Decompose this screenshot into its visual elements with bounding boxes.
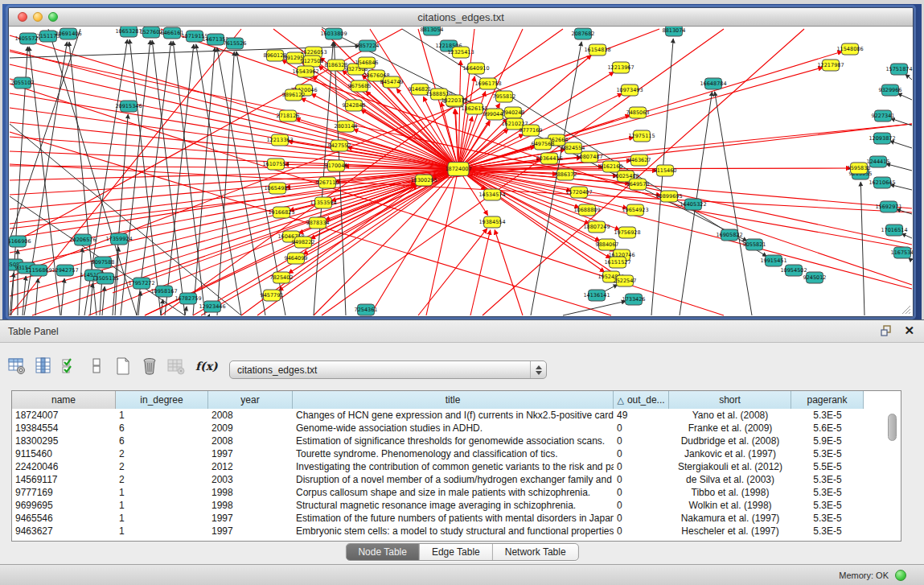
- graph-node[interactable]: 8813054: [421, 27, 444, 35]
- cell-out_degree[interactable]: 0: [614, 499, 669, 512]
- graph-node[interactable]: 6497568: [532, 138, 555, 150]
- graph-node[interactable]: 9127508: [301, 56, 324, 67]
- graph-node[interactable]: 7955812: [493, 91, 516, 102]
- graph-node[interactable]: 14136141: [583, 290, 610, 301]
- cell-out_degree[interactable]: 0: [614, 447, 669, 460]
- cell-pagerank[interactable]: 5.3E-5: [791, 447, 864, 460]
- close-panel-icon[interactable]: ✕: [904, 324, 914, 337]
- column-header-in_degree[interactable]: in_degree: [116, 391, 208, 409]
- graph-node[interactable]: 9227341: [872, 110, 895, 122]
- graph-node[interactable]: 8813074: [663, 27, 686, 36]
- cell-out_degree[interactable]: 0: [614, 486, 669, 499]
- graph-node[interactable]: 7886372: [554, 169, 577, 180]
- graph-node[interactable]: 6466161: [161, 27, 184, 39]
- table-row[interactable]: 1872400712008Changes of HCN gene express…: [12, 409, 901, 422]
- graph-node[interactable]: 9896122: [282, 89, 306, 101]
- cell-year[interactable]: 2008: [208, 435, 293, 447]
- table-row[interactable]: 946362711997Embryonic stem cells: a mode…: [12, 525, 901, 538]
- cell-short[interactable]: Dudbridge et al. (2008): [669, 435, 791, 447]
- cell-title[interactable]: Changes of HCN gene expression and I(f) …: [293, 409, 614, 422]
- graph-node[interactable]: 9170046: [325, 160, 348, 171]
- graph-node[interactable]: 12213967: [607, 62, 634, 73]
- graph-node[interactable]: 9329966: [879, 84, 902, 96]
- table-scrollbar-thumb[interactable]: [888, 414, 897, 441]
- graph-node[interactable]: 8427552: [328, 140, 351, 151]
- table-row[interactable]: 2242004622012Investigating the contribut…: [12, 460, 901, 473]
- graph-node[interactable]: 2522547: [614, 275, 637, 286]
- table-row[interactable]: 969969511998Structural magnetic resonanc…: [12, 499, 901, 512]
- table-row[interactable]: 1938455462009Genome-wide association stu…: [12, 422, 901, 435]
- table-row[interactable]: 1456911722003Disruption of a novel membe…: [12, 473, 901, 486]
- cell-out_degree[interactable]: 0: [614, 473, 669, 486]
- graph-node[interactable]: 16154838: [584, 44, 610, 56]
- cell-in_degree[interactable]: 6: [116, 435, 208, 447]
- cell-year[interactable]: 2009: [208, 422, 293, 435]
- cell-short[interactable]: de Silva et al. (2003): [669, 473, 791, 486]
- cell-title[interactable]: Estimation of significance thresholds fo…: [293, 435, 614, 447]
- row-height-icon[interactable]: [86, 356, 107, 377]
- graph-node[interactable]: 16210645: [869, 177, 895, 188]
- graph-node[interactable]: 1546846: [355, 57, 379, 68]
- graph-node[interactable]: 9649578: [626, 179, 650, 190]
- cell-in_degree[interactable]: 2: [116, 460, 208, 473]
- tab-network-table[interactable]: Network Table: [493, 544, 578, 560]
- cell-pagerank[interactable]: 5.3E-5: [791, 473, 864, 486]
- cell-pagerank[interactable]: 5.3E-5: [791, 409, 864, 422]
- cell-out_degree[interactable]: 0: [614, 435, 669, 447]
- cell-year[interactable]: 1998: [208, 499, 293, 512]
- cell-in_degree[interactable]: 6: [116, 422, 208, 435]
- graph-node[interactable]: 9675685: [348, 80, 372, 92]
- cell-pagerank[interactable]: 5.3E-5: [791, 486, 864, 499]
- cell-short[interactable]: Yano et al. (2008): [669, 409, 791, 422]
- function-builder-icon[interactable]: f(x): [195, 360, 218, 373]
- cell-name[interactable]: 14569117: [12, 473, 116, 486]
- graph-node[interactable]: 12975115: [628, 130, 655, 142]
- graph-node[interactable]: 11548086: [836, 43, 863, 55]
- graph-node[interactable]: 9884067: [596, 239, 619, 250]
- cell-title[interactable]: Corpus callosum shape and size in male p…: [293, 486, 614, 499]
- graph-node[interactable]: 16961758: [474, 78, 501, 89]
- cell-out_degree[interactable]: 0: [614, 525, 669, 538]
- cell-short[interactable]: Nakamura et al. (1997): [669, 512, 791, 525]
- cell-short[interactable]: Franke et al. (2009): [669, 422, 791, 435]
- select-rows-icon[interactable]: [60, 356, 80, 377]
- float-panel-icon[interactable]: [881, 325, 893, 336]
- cell-short[interactable]: Stergiakouli et al. (2012): [669, 460, 791, 473]
- graph-node[interactable]: 9463627: [628, 154, 651, 166]
- column-header-name[interactable]: name: [12, 391, 116, 409]
- cell-title[interactable]: Estimation of the future numbers of pati…: [293, 512, 614, 525]
- table-select-dropdown[interactable]: citations_edges.txt: [229, 360, 547, 379]
- cell-short[interactable]: Wolkin et al. (1998): [669, 499, 791, 512]
- show-column-icon[interactable]: [33, 356, 54, 377]
- cell-name[interactable]: 9115460: [12, 447, 116, 460]
- cell-in_degree[interactable]: 1: [116, 486, 208, 499]
- graph-node[interactable]: 1733426: [622, 294, 646, 305]
- cell-name[interactable]: 18724007: [12, 409, 116, 422]
- graph-node[interactable]: 16640910: [462, 63, 489, 74]
- cell-pagerank[interactable]: 5.5E-5: [791, 460, 864, 473]
- column-header-year[interactable]: year: [208, 391, 293, 409]
- graph-node[interactable]: 7940248: [502, 107, 525, 118]
- graph-node[interactable]: 12923446: [199, 301, 225, 312]
- cell-name[interactable]: 9777169: [12, 486, 116, 499]
- cell-short[interactable]: Jankovic et al. (1997): [669, 447, 791, 460]
- table-row[interactable]: 977716911998Corpus callosum shape and si…: [12, 486, 901, 499]
- graph-node[interactable]: 1527602: [140, 27, 163, 38]
- cell-short[interactable]: Hescheler et al. (1997): [669, 525, 791, 538]
- graph-node[interactable]: 9097588: [92, 257, 115, 268]
- graph-node[interactable]: 9055821: [743, 239, 766, 250]
- graph-node[interactable]: 9115460: [654, 165, 677, 176]
- graph-node[interactable]: 19654923: [622, 204, 648, 216]
- graph-node[interactable]: 2055107: [11, 77, 35, 89]
- table-row[interactable]: 946554611997Estimation of the future num…: [12, 512, 901, 525]
- cell-pagerank[interactable]: 5.3E-5: [791, 525, 864, 538]
- cell-in_degree[interactable]: 1: [116, 499, 208, 512]
- graph-node[interactable]: 19915451: [760, 255, 786, 266]
- table-settings-icon[interactable]: [6, 356, 27, 377]
- network-view-window[interactable]: citations_edges.txt 14055724215117320691…: [8, 7, 914, 317]
- cell-title[interactable]: Genome-wide association studies in ADHD.: [293, 422, 614, 435]
- cell-year[interactable]: 2003: [208, 473, 293, 486]
- new-table-icon[interactable]: [113, 356, 133, 377]
- column-header-pagerank[interactable]: pagerank: [791, 391, 864, 409]
- graph-node[interactable]: 1167534: [891, 247, 913, 258]
